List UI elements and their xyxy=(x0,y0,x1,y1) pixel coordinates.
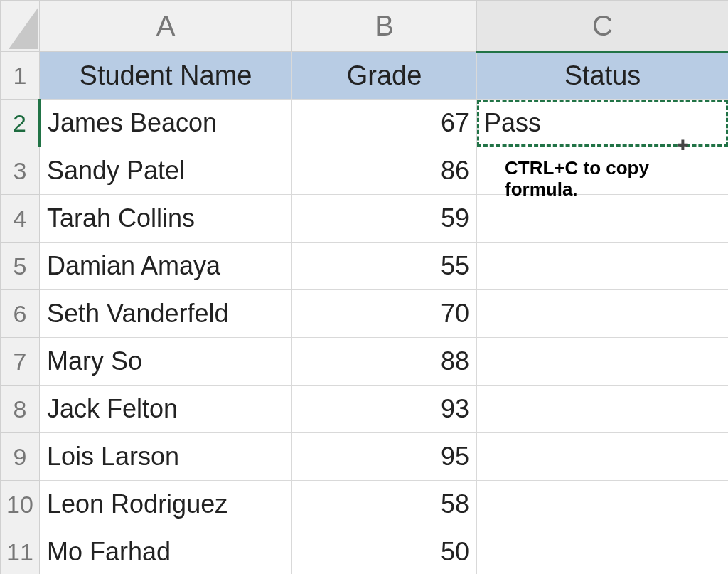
cell-C7[interactable] xyxy=(477,338,729,386)
col-header-A[interactable]: A xyxy=(40,1,292,52)
select-all-corner[interactable] xyxy=(1,1,40,52)
cell-A9[interactable]: Lois Larson xyxy=(40,433,292,481)
row-1: 1 Student Name Grade Status xyxy=(1,52,729,100)
row-5: 5 Damian Amaya 55 xyxy=(1,243,729,290)
cell-C4[interactable] xyxy=(477,195,729,243)
cell-B9[interactable]: 95 xyxy=(292,433,477,481)
cell-C3[interactable] xyxy=(477,147,729,195)
row-10: 10 Leon Rodriguez 58 xyxy=(1,481,729,528)
cell-A11[interactable]: Mo Farhad xyxy=(40,528,292,575)
cell-B8[interactable]: 93 xyxy=(292,386,477,433)
col-header-C[interactable]: C xyxy=(477,1,729,52)
row-header-5[interactable]: 5 xyxy=(1,243,40,290)
row-header-4[interactable]: 4 xyxy=(1,195,40,243)
row-7: 7 Mary So 88 xyxy=(1,338,729,386)
col-header-B[interactable]: B xyxy=(292,1,477,52)
cell-C11[interactable] xyxy=(477,528,729,575)
cell-B7[interactable]: 88 xyxy=(292,338,477,386)
row-9: 9 Lois Larson 95 xyxy=(1,433,729,481)
row-header-7[interactable]: 7 xyxy=(1,338,40,386)
row-header-10[interactable]: 10 xyxy=(1,481,40,528)
row-header-6[interactable]: 6 xyxy=(1,290,40,338)
cell-A2[interactable]: James Beacon xyxy=(40,100,292,147)
row-4: 4 Tarah Collins 59 xyxy=(1,195,729,243)
cell-B1[interactable]: Grade xyxy=(292,52,477,100)
row-header-1[interactable]: 1 xyxy=(1,52,40,100)
row-header-8[interactable]: 8 xyxy=(1,386,40,433)
row-6: 6 Seth Vanderfeld 70 xyxy=(1,290,729,338)
row-11: 11 Mo Farhad 50 xyxy=(1,528,729,575)
cell-A4[interactable]: Tarah Collins xyxy=(40,195,292,243)
cell-A10[interactable]: Leon Rodriguez xyxy=(40,481,292,528)
cell-C8[interactable] xyxy=(477,386,729,433)
cell-A8[interactable]: Jack Felton xyxy=(40,386,292,433)
cell-A1[interactable]: Student Name xyxy=(40,52,292,100)
row-header-3[interactable]: 3 xyxy=(1,147,40,195)
cell-B10[interactable]: 58 xyxy=(292,481,477,528)
row-8: 8 Jack Felton 93 xyxy=(1,386,729,433)
cell-B3[interactable]: 86 xyxy=(292,147,477,195)
cell-C6[interactable] xyxy=(477,290,729,338)
cell-A5[interactable]: Damian Amaya xyxy=(40,243,292,290)
spreadsheet-viewport[interactable]: A B C 1 Student Name Grade Status 2 Jame… xyxy=(0,0,728,574)
cell-B4[interactable]: 59 xyxy=(292,195,477,243)
row-3: 3 Sandy Patel 86 xyxy=(1,147,729,195)
row-header-11[interactable]: 11 xyxy=(1,528,40,575)
cell-B11[interactable]: 50 xyxy=(292,528,477,575)
cell-A3[interactable]: Sandy Patel xyxy=(40,147,292,195)
cell-B6[interactable]: 70 xyxy=(292,290,477,338)
cell-C10[interactable] xyxy=(477,481,729,528)
row-header-2[interactable]: 2 xyxy=(1,100,40,147)
spreadsheet-grid[interactable]: A B C 1 Student Name Grade Status 2 Jame… xyxy=(0,0,728,574)
cell-C5[interactable] xyxy=(477,243,729,290)
svg-marker-0 xyxy=(9,7,38,49)
column-header-row: A B C xyxy=(1,1,729,52)
cell-B5[interactable]: 55 xyxy=(292,243,477,290)
cell-C9[interactable] xyxy=(477,433,729,481)
cell-B2[interactable]: 67 xyxy=(292,100,477,147)
cell-A7[interactable]: Mary So xyxy=(40,338,292,386)
cell-C2[interactable]: Pass xyxy=(477,100,729,147)
row-2: 2 James Beacon 67 Pass xyxy=(1,100,729,147)
cell-A6[interactable]: Seth Vanderfeld xyxy=(40,290,292,338)
cell-C1[interactable]: Status xyxy=(477,52,729,100)
row-header-9[interactable]: 9 xyxy=(1,433,40,481)
